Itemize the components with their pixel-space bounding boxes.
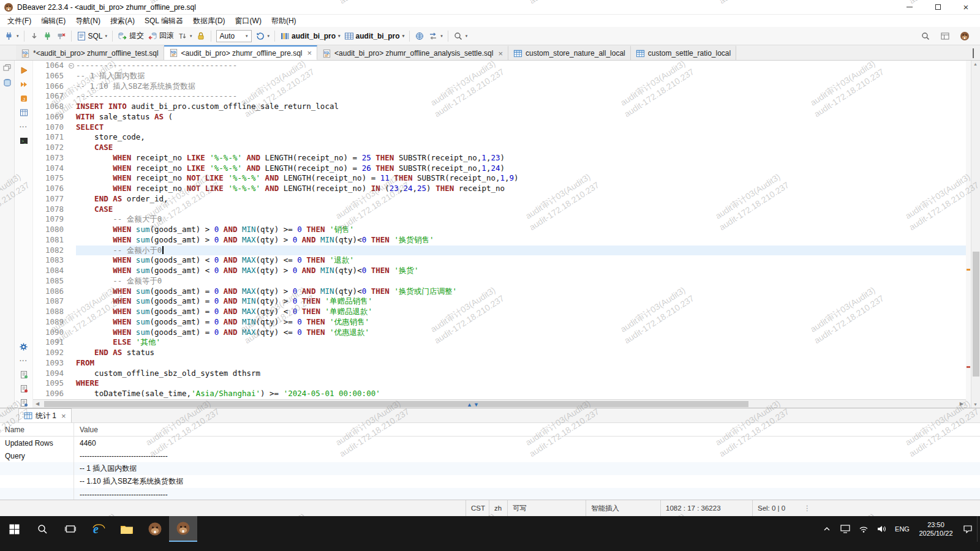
rollback-button[interactable]: 回滚 — [146, 29, 176, 42]
execute-statement-button[interactable] — [19, 66, 29, 75]
commit-button[interactable]: 提交 — [116, 29, 146, 42]
code-line-1087[interactable]: 1087 WHEN sum(goods_amt) = 0 AND MIN(qty… — [33, 296, 966, 307]
menu-item-7[interactable]: 帮助(H) — [266, 16, 301, 26]
code-line-1081[interactable]: 1081 WHEN sum(goods_amt) > 0 AND MAX(qty… — [33, 235, 966, 246]
editor-tab-1[interactable]: SQL<audit_bi_pro> zhumr_offline_pre.sql× — [164, 45, 318, 60]
execute-job-button[interactable]: J — [19, 94, 29, 103]
connection-selector[interactable]: audit_bi_pro ▾ — [278, 30, 342, 42]
close-button[interactable]: × — [952, 0, 980, 14]
code-line-1094[interactable]: 1094 custom_offline_sbz_old_system dthsr… — [33, 369, 966, 379]
code-line-1075[interactable]: 1075 WHEN receipt_no NOT LIKE '%-%-%' AN… — [33, 173, 966, 184]
scroll-right-icon[interactable]: ▶ — [960, 401, 963, 407]
result-row-3[interactable]: -- 1.10 插入SBZ老系统换货数据 — [0, 475, 980, 488]
action-center-button[interactable] — [959, 516, 977, 542]
code-line-1064[interactable]: 1064−----------------------------------- — [33, 61, 966, 71]
error-log-button[interactable] — [19, 384, 29, 394]
transaction-log-button[interactable]: ▾ — [254, 30, 272, 42]
output-console-button[interactable] — [19, 398, 29, 408]
editor-tab-3[interactable]: custom_store_nature_all_local — [508, 45, 631, 60]
column-divider[interactable] — [74, 423, 74, 500]
task-view-button[interactable] — [56, 516, 85, 542]
code-line-1069[interactable]: 1069WITH sale_status AS ( — [33, 112, 966, 122]
tab-close-icon[interactable]: × — [498, 49, 503, 58]
code-line-1092[interactable]: 1092 END AS status — [33, 348, 966, 358]
more-actions-button[interactable]: ··· — [19, 122, 29, 132]
menu-item-1[interactable]: 编辑(E) — [36, 16, 70, 26]
tray-expand-button[interactable] — [818, 516, 836, 542]
panel-splitter-arrows[interactable]: ▲▼ — [467, 402, 480, 408]
settings-gear-button[interactable] — [19, 342, 29, 351]
code-line-1084[interactable]: 1084 WHEN sum(goods_amt) < 0 AND MAX(qty… — [33, 266, 966, 276]
tab-close-icon[interactable]: × — [307, 48, 312, 58]
code-line-1080[interactable]: 1080 WHEN sum(goods_amt) > 0 AND MIN(qty… — [33, 225, 966, 235]
taskbar-clock[interactable]: 23:50 2025/10/22 — [913, 520, 959, 538]
results-tab-stats[interactable]: 统计 1 × — [18, 408, 72, 422]
autocommit-select[interactable]: Auto ▾ — [216, 30, 252, 42]
start-button[interactable] — [0, 516, 28, 542]
status-caret-position[interactable]: 1082 : 17 : 36223 — [660, 500, 752, 516]
code-line-1073[interactable]: 1073 WHEN receipt_no LIKE '%-%-%' AND LE… — [33, 153, 966, 163]
perspective-button[interactable] — [938, 30, 952, 42]
more-output-button[interactable]: ··· — [19, 356, 29, 365]
dbeaver-perspective-button[interactable] — [958, 30, 971, 42]
code-line-1086[interactable]: 1086 WHEN sum(goods_amt) = 0 AND MAX(qty… — [33, 287, 966, 297]
tray-network-button[interactable] — [854, 516, 873, 542]
scroll-down-icon[interactable]: ▼ — [973, 402, 978, 407]
editor-tab-0[interactable]: SQL*<audit_bi_pro> zhumr_offline_test.sq… — [16, 45, 164, 60]
column-header-name[interactable]: Name — [0, 425, 74, 434]
code-line-1083[interactable]: 1083 WHEN sum(goods_amt) < 0 AND MAX(qty… — [33, 255, 966, 266]
code-line-1065[interactable]: 1065-- 1 插入国内数据 — [33, 71, 966, 81]
vertical-scroll-thumb[interactable] — [973, 252, 979, 377]
code-line-1076[interactable]: 1076 WHEN receipt_no NOT LIKE '%-%-%' AN… — [33, 184, 966, 194]
scroll-up-icon[interactable]: ▲ — [973, 62, 978, 66]
dbeaver-taskbar-button[interactable] — [141, 516, 169, 542]
maximize-button[interactable] — [924, 0, 952, 14]
scroll-left-icon[interactable]: ◀ — [36, 401, 39, 407]
tray-volume-button[interactable] — [873, 516, 891, 542]
code-line-1091[interactable]: 1091 ELSE '其他' — [33, 337, 966, 348]
database-navigator-button[interactable] — [2, 78, 12, 88]
code-line-1078[interactable]: 1078 CASE — [33, 204, 966, 215]
result-row-2[interactable]: -- 1 插入国内数据 — [0, 462, 980, 475]
minimize-button[interactable] — [895, 0, 924, 14]
code-line-1077[interactable]: 1077 END AS order_id, — [33, 194, 966, 204]
lock-button[interactable] — [194, 30, 208, 42]
menu-item-6[interactable]: 窗口(W) — [230, 16, 266, 26]
terminal-button[interactable]: >_ — [19, 136, 29, 146]
new-connection-button[interactable]: ▾ — [2, 30, 21, 42]
disconnect-button[interactable] — [55, 30, 68, 42]
code-line-1082[interactable]: 1082 -- 金额小于0 — [33, 246, 966, 256]
code-line-1072[interactable]: 1072 CASE — [33, 143, 966, 153]
result-row-0[interactable]: Updated Rows4460 — [0, 437, 980, 449]
code-line-1079[interactable]: 1079 -- 金额大于0 — [33, 214, 966, 225]
horizontal-scrollbar[interactable]: ◀ ▶ — [33, 399, 966, 408]
show-desktop-button[interactable] — [977, 516, 980, 542]
code-line-1085[interactable]: 1085 -- 金额等于0 — [33, 276, 966, 287]
result-row-1[interactable]: Query-----------------------------------… — [0, 449, 980, 462]
fold-margin[interactable]: − — [66, 61, 76, 71]
statusbar-more-icon[interactable]: ⋮ — [801, 500, 813, 516]
column-header-value[interactable]: Value — [74, 425, 980, 434]
annotation-marker[interactable] — [967, 366, 970, 368]
taskbar-search-button[interactable] — [28, 516, 56, 542]
restore-view-button[interactable] — [2, 63, 12, 73]
code-line-1067[interactable]: 1067----------------------------------- — [33, 91, 966, 102]
sql-code-editor[interactable]: 1064−-----------------------------------… — [33, 61, 966, 399]
code-line-1095[interactable]: 1095WHERE — [33, 378, 966, 389]
output-log-button[interactable] — [19, 370, 29, 380]
transaction-mode-button[interactable]: T ▾ — [176, 30, 194, 42]
quick-search-button[interactable] — [919, 30, 932, 42]
menu-item-5[interactable]: 数据库(D) — [188, 16, 230, 26]
language-indicator[interactable]: ENG — [891, 516, 913, 542]
tray-display-button[interactable] — [836, 516, 854, 542]
menu-item-3[interactable]: 搜索(A) — [105, 16, 140, 26]
maximize-view-button[interactable] — [973, 49, 974, 58]
code-line-1088[interactable]: 1088 WHEN sum(goods_amt) = 0 AND MAX(qty… — [33, 307, 966, 317]
menu-item-4[interactable]: SQL 编辑器 — [140, 16, 188, 26]
code-line-1070[interactable]: 1070SELECT — [33, 122, 966, 133]
search-dropdown-button[interactable]: ▾ — [451, 30, 470, 42]
database-selector[interactable]: audit_bi_pro ▾ — [342, 30, 407, 42]
results-tab-close-icon[interactable]: × — [61, 411, 66, 421]
code-line-1096[interactable]: 1096 toDateTime(sale_time,'Asia/Shanghai… — [33, 389, 966, 399]
menu-item-2[interactable]: 导航(N) — [70, 16, 105, 26]
